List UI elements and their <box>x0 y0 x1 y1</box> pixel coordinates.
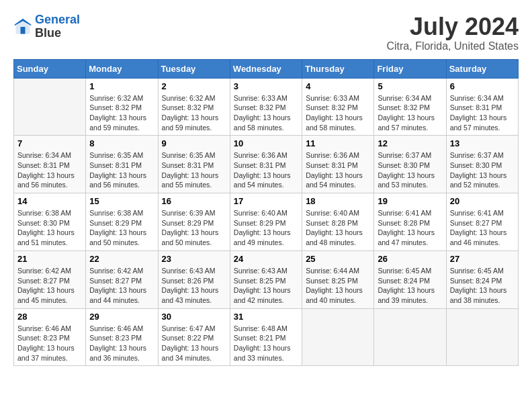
calendar-cell: 12Sunrise: 6:37 AM Sunset: 8:30 PM Dayli… <box>374 136 446 193</box>
day-number: 27 <box>450 254 515 264</box>
calendar-cell <box>446 308 518 366</box>
calendar-cell: 4Sunrise: 6:33 AM Sunset: 8:32 PM Daylig… <box>302 78 374 136</box>
day-info: Sunrise: 6:32 AM Sunset: 8:32 PM Dayligh… <box>162 93 226 133</box>
calendar-cell: 17Sunrise: 6:40 AM Sunset: 8:29 PM Dayli… <box>230 193 302 251</box>
calendar-cell: 21Sunrise: 6:42 AM Sunset: 8:27 PM Dayli… <box>14 250 86 308</box>
day-info: Sunrise: 6:45 AM Sunset: 8:24 PM Dayligh… <box>450 266 515 306</box>
day-info: Sunrise: 6:34 AM Sunset: 8:32 PM Dayligh… <box>378 93 442 133</box>
calendar-cell: 20Sunrise: 6:41 AM Sunset: 8:27 PM Dayli… <box>446 193 518 251</box>
calendar-cell <box>14 78 86 136</box>
calendar-cell: 15Sunrise: 6:38 AM Sunset: 8:29 PM Dayli… <box>86 193 158 251</box>
day-info: Sunrise: 6:42 AM Sunset: 8:27 PM Dayligh… <box>17 266 82 306</box>
day-number: 24 <box>234 254 298 264</box>
day-number: 6 <box>450 81 515 91</box>
day-info: Sunrise: 6:34 AM Sunset: 8:31 PM Dayligh… <box>450 93 515 133</box>
day-info: Sunrise: 6:40 AM Sunset: 8:28 PM Dayligh… <box>306 208 370 248</box>
calendar-cell: 26Sunrise: 6:45 AM Sunset: 8:24 PM Dayli… <box>374 250 446 308</box>
header-saturday: Saturday <box>446 59 518 78</box>
day-info: Sunrise: 6:42 AM Sunset: 8:27 PM Dayligh… <box>89 266 154 306</box>
day-number: 9 <box>162 138 226 148</box>
day-info: Sunrise: 6:32 AM Sunset: 8:32 PM Dayligh… <box>89 93 154 133</box>
calendar-title: July 2024 <box>386 13 519 40</box>
day-number: 8 <box>89 138 154 148</box>
day-number: 19 <box>378 196 442 206</box>
day-number: 26 <box>378 254 442 264</box>
day-info: Sunrise: 6:43 AM Sunset: 8:25 PM Dayligh… <box>234 266 298 306</box>
day-number: 31 <box>234 312 298 322</box>
day-info: Sunrise: 6:37 AM Sunset: 8:30 PM Dayligh… <box>378 150 442 190</box>
day-number: 5 <box>378 81 442 91</box>
calendar-cell <box>374 308 446 366</box>
day-number: 2 <box>162 81 226 91</box>
calendar-week-row: 14Sunrise: 6:38 AM Sunset: 8:30 PM Dayli… <box>14 193 519 251</box>
day-info: Sunrise: 6:39 AM Sunset: 8:29 PM Dayligh… <box>162 208 226 248</box>
day-number: 23 <box>162 254 226 264</box>
calendar-cell: 10Sunrise: 6:36 AM Sunset: 8:31 PM Dayli… <box>230 136 302 193</box>
calendar-cell: 28Sunrise: 6:46 AM Sunset: 8:23 PM Dayli… <box>14 308 86 366</box>
title-block: July 2024 Citra, Florida, United States <box>386 13 519 52</box>
day-info: Sunrise: 6:36 AM Sunset: 8:31 PM Dayligh… <box>306 150 370 190</box>
logo-blue: Blue <box>35 27 80 40</box>
day-number: 21 <box>17 254 82 264</box>
day-number: 25 <box>306 254 370 264</box>
day-number: 20 <box>450 196 515 206</box>
day-info: Sunrise: 6:36 AM Sunset: 8:31 PM Dayligh… <box>234 150 298 190</box>
calendar-cell: 23Sunrise: 6:43 AM Sunset: 8:26 PM Dayli… <box>158 250 230 308</box>
page-header: General Blue July 2024 Citra, Florida, U… <box>13 13 519 52</box>
day-info: Sunrise: 6:45 AM Sunset: 8:24 PM Dayligh… <box>378 266 442 306</box>
day-number: 4 <box>306 81 370 91</box>
calendar-cell: 5Sunrise: 6:34 AM Sunset: 8:32 PM Daylig… <box>374 78 446 136</box>
calendar-cell: 31Sunrise: 6:48 AM Sunset: 8:21 PM Dayli… <box>230 308 302 366</box>
header-tuesday: Tuesday <box>158 59 230 78</box>
day-number: 11 <box>306 138 370 148</box>
day-number: 16 <box>162 196 226 206</box>
logo-icon <box>13 17 32 36</box>
day-info: Sunrise: 6:44 AM Sunset: 8:25 PM Dayligh… <box>306 266 370 306</box>
day-info: Sunrise: 6:40 AM Sunset: 8:29 PM Dayligh… <box>234 208 298 248</box>
day-info: Sunrise: 6:47 AM Sunset: 8:22 PM Dayligh… <box>162 324 226 363</box>
day-number: 1 <box>89 81 154 91</box>
calendar-table: SundayMondayTuesdayWednesdayThursdayFrid… <box>13 59 519 367</box>
calendar-cell: 24Sunrise: 6:43 AM Sunset: 8:25 PM Dayli… <box>230 250 302 308</box>
day-info: Sunrise: 6:41 AM Sunset: 8:28 PM Dayligh… <box>378 208 442 248</box>
calendar-cell: 25Sunrise: 6:44 AM Sunset: 8:25 PM Dayli… <box>302 250 374 308</box>
calendar-cell: 11Sunrise: 6:36 AM Sunset: 8:31 PM Dayli… <box>302 136 374 193</box>
day-info: Sunrise: 6:37 AM Sunset: 8:30 PM Dayligh… <box>450 150 515 190</box>
day-info: Sunrise: 6:35 AM Sunset: 8:31 PM Dayligh… <box>89 150 154 190</box>
day-number: 28 <box>17 312 82 322</box>
calendar-subtitle: Citra, Florida, United States <box>386 40 519 52</box>
day-info: Sunrise: 6:48 AM Sunset: 8:21 PM Dayligh… <box>234 324 298 363</box>
day-info: Sunrise: 6:38 AM Sunset: 8:29 PM Dayligh… <box>89 208 154 248</box>
calendar-cell: 14Sunrise: 6:38 AM Sunset: 8:30 PM Dayli… <box>14 193 86 251</box>
calendar-cell: 29Sunrise: 6:46 AM Sunset: 8:23 PM Dayli… <box>86 308 158 366</box>
day-number: 7 <box>17 138 82 148</box>
day-number: 14 <box>17 196 82 206</box>
calendar-cell: 8Sunrise: 6:35 AM Sunset: 8:31 PM Daylig… <box>86 136 158 193</box>
header-monday: Monday <box>86 59 158 78</box>
calendar-week-row: 21Sunrise: 6:42 AM Sunset: 8:27 PM Dayli… <box>14 250 519 308</box>
header-friday: Friday <box>374 59 446 78</box>
header-wednesday: Wednesday <box>230 59 302 78</box>
svg-rect-2 <box>21 27 26 34</box>
day-number: 10 <box>234 138 298 148</box>
calendar-cell: 16Sunrise: 6:39 AM Sunset: 8:29 PM Dayli… <box>158 193 230 251</box>
calendar-cell: 13Sunrise: 6:37 AM Sunset: 8:30 PM Dayli… <box>446 136 518 193</box>
calendar-cell: 27Sunrise: 6:45 AM Sunset: 8:24 PM Dayli… <box>446 250 518 308</box>
day-number: 15 <box>89 196 154 206</box>
day-info: Sunrise: 6:38 AM Sunset: 8:30 PM Dayligh… <box>17 208 82 248</box>
calendar-week-row: 7Sunrise: 6:34 AM Sunset: 8:31 PM Daylig… <box>14 136 519 193</box>
day-number: 17 <box>234 196 298 206</box>
day-number: 30 <box>162 312 226 322</box>
day-info: Sunrise: 6:34 AM Sunset: 8:31 PM Dayligh… <box>17 150 82 190</box>
calendar-cell: 7Sunrise: 6:34 AM Sunset: 8:31 PM Daylig… <box>14 136 86 193</box>
calendar-cell: 2Sunrise: 6:32 AM Sunset: 8:32 PM Daylig… <box>158 78 230 136</box>
day-number: 3 <box>234 81 298 91</box>
logo-text: General Blue <box>35 13 80 40</box>
day-info: Sunrise: 6:46 AM Sunset: 8:23 PM Dayligh… <box>89 324 154 363</box>
calendar-cell: 22Sunrise: 6:42 AM Sunset: 8:27 PM Dayli… <box>86 250 158 308</box>
day-info: Sunrise: 6:41 AM Sunset: 8:27 PM Dayligh… <box>450 208 515 248</box>
day-number: 22 <box>89 254 154 264</box>
calendar-week-row: 28Sunrise: 6:46 AM Sunset: 8:23 PM Dayli… <box>14 308 519 366</box>
calendar-cell: 18Sunrise: 6:40 AM Sunset: 8:28 PM Dayli… <box>302 193 374 251</box>
day-number: 18 <box>306 196 370 206</box>
